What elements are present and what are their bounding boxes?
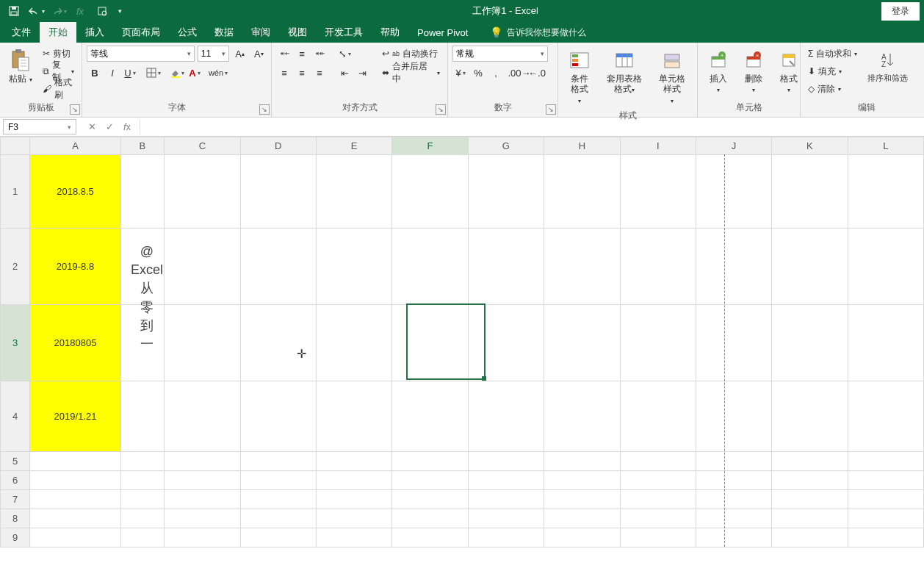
cell-F3[interactable] [392, 305, 468, 381]
align-dialog-launcher[interactable]: ↘ [436, 104, 446, 115]
cell-F2[interactable] [392, 229, 468, 305]
delete-cells-button[interactable]: × 删除▾ [737, 46, 770, 100]
cell-K4[interactable] [772, 381, 848, 452]
cell-C1[interactable] [165, 155, 240, 229]
align-middle-icon[interactable]: ≡ [294, 46, 310, 62]
format-painter-button[interactable]: 🖌格式刷 [40, 76, 77, 101]
cell-K3[interactable] [772, 305, 848, 381]
cell-K5[interactable] [772, 452, 848, 471]
cell-I9[interactable] [620, 528, 696, 547]
cell-H3[interactable] [544, 305, 620, 381]
cell-C2[interactable] [165, 229, 240, 305]
orientation-icon[interactable]: ⤡ [336, 46, 353, 62]
cell-L1[interactable] [848, 155, 923, 229]
col-header-B[interactable]: B [120, 137, 165, 155]
cell-L7[interactable] [848, 490, 923, 509]
cell-B1[interactable] [120, 155, 165, 229]
font-dialog-launcher[interactable]: ↘ [259, 104, 270, 115]
italic-button[interactable]: I [104, 65, 120, 81]
cell-I4[interactable] [620, 381, 696, 452]
cell-E3[interactable] [316, 305, 391, 381]
cell-F6[interactable] [392, 471, 468, 490]
cell-J5[interactable] [696, 452, 771, 471]
conditional-format-button[interactable]: 条件格式▾ [563, 46, 597, 108]
bold-button[interactable]: B [87, 65, 103, 81]
cell-K6[interactable] [772, 471, 848, 490]
cell-E2[interactable] [316, 229, 391, 305]
cell-C5[interactable] [165, 452, 240, 471]
currency-button[interactable]: ¥ [452, 65, 469, 81]
cell-K8[interactable] [772, 509, 848, 528]
fill-button[interactable]: ⬇填充 ▾ [805, 65, 845, 78]
tab-data[interactable]: 数据 [206, 22, 242, 43]
fill-color-button[interactable] [169, 65, 185, 81]
row-header-2[interactable]: 2 [1, 229, 30, 305]
tab-formulas[interactable]: 公式 [169, 22, 206, 43]
cell-I2[interactable] [620, 229, 696, 305]
fx-button-icon[interactable]: fx [119, 120, 135, 134]
cell-J2[interactable] [696, 229, 771, 305]
cell-G4[interactable] [468, 381, 544, 452]
col-header-F[interactable]: F [392, 137, 468, 155]
row-header-9[interactable]: 9 [1, 528, 30, 547]
col-header-L[interactable]: L [848, 137, 923, 155]
col-header-I[interactable]: I [620, 137, 696, 155]
pinyin-guide-button[interactable]: wén [210, 65, 226, 81]
cell-L6[interactable] [848, 471, 923, 490]
percent-button[interactable]: % [470, 65, 486, 81]
increase-font-icon[interactable]: A▴ [232, 46, 248, 62]
align-center-icon[interactable]: ≡ [294, 65, 310, 81]
paste-button[interactable]: 粘贴 ▾ [4, 46, 37, 100]
cell-E6[interactable] [316, 471, 391, 490]
row-header-8[interactable]: 8 [1, 509, 30, 528]
merge-center-button[interactable]: ⬌合并后居中 ▾ [379, 60, 443, 85]
enter-icon[interactable]: ✓ [101, 120, 118, 134]
cell-C6[interactable] [165, 471, 240, 490]
cell-D3[interactable] [240, 305, 316, 381]
col-header-A[interactable]: A [30, 137, 120, 155]
cell-L8[interactable] [848, 509, 923, 528]
cell-A4[interactable]: 2019/1.21 [30, 381, 120, 452]
cell-G1[interactable] [468, 155, 544, 229]
login-button[interactable]: 登录 [881, 2, 920, 21]
qat-customize-icon[interactable]: ▾ [115, 2, 125, 20]
row-header-4[interactable]: 4 [1, 381, 30, 452]
font-color-button[interactable]: A [187, 65, 203, 81]
cell-I3[interactable] [620, 305, 696, 381]
cell-G6[interactable] [468, 471, 544, 490]
cell-D7[interactable] [240, 490, 316, 509]
cell-G2[interactable] [468, 229, 544, 305]
cell-C9[interactable] [165, 528, 240, 547]
tab-view[interactable]: 视图 [279, 22, 316, 43]
decrease-indent-icon[interactable]: ⇤ [336, 65, 353, 81]
cell-A8[interactable] [30, 509, 120, 528]
cell-D8[interactable] [240, 509, 316, 528]
cell-B6[interactable] [120, 471, 165, 490]
cell-I6[interactable] [620, 471, 696, 490]
cell-D2[interactable] [240, 229, 316, 305]
col-header-J[interactable]: J [696, 137, 771, 155]
cell-A6[interactable] [30, 471, 120, 490]
align-top-icon[interactable]: ⬴ [276, 46, 292, 62]
underline-button[interactable]: U [122, 65, 138, 81]
cell-I1[interactable] [620, 155, 696, 229]
cell-G9[interactable] [468, 528, 544, 547]
cell-D9[interactable] [240, 528, 316, 547]
cell-C4[interactable] [165, 381, 240, 452]
align-bottom-icon[interactable]: ⬵ [311, 46, 328, 62]
cell-K1[interactable] [772, 155, 848, 229]
cell-B4[interactable] [120, 381, 165, 452]
tell-me[interactable]: 💡 告诉我你想要做什么 [490, 22, 586, 43]
col-header-C[interactable]: C [165, 137, 240, 155]
col-header-D[interactable]: D [240, 137, 316, 155]
cell-L5[interactable] [848, 452, 923, 471]
cell-J6[interactable] [696, 471, 771, 490]
font-size-combo[interactable]: 11▾ [198, 46, 229, 62]
tab-home[interactable]: 开始 [40, 22, 76, 43]
formula-input[interactable] [140, 118, 924, 136]
cell-J7[interactable] [696, 490, 771, 509]
cell-C8[interactable] [165, 509, 240, 528]
row-header-6[interactable]: 6 [1, 471, 30, 490]
comma-button[interactable]: , [488, 65, 504, 81]
cell-J9[interactable] [696, 528, 771, 547]
